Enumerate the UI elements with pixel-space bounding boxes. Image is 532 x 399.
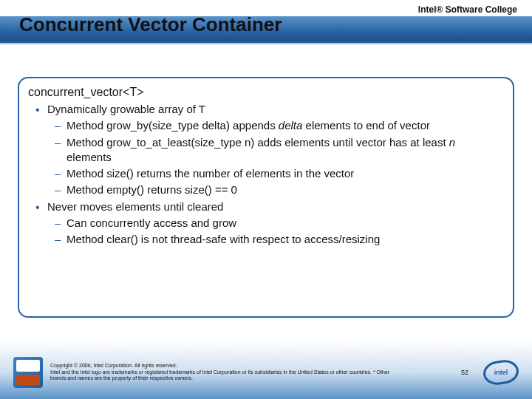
- sub-text: Method clear() is not thread-safe with r…: [66, 233, 380, 245]
- bullet-text: Never moves elements until cleared: [47, 200, 223, 213]
- sub-text: Method grow_by(size_type delta) appends: [66, 119, 279, 132]
- page-number: 52: [461, 369, 468, 376]
- list-item: Method grow_to_at_least(size_type n) add…: [66, 135, 499, 166]
- intel-software-badge-icon: [13, 357, 43, 388]
- list-item: Method size() returns the number of elem…: [66, 166, 499, 181]
- sub-text: Method grow_to_at_least(size_type n) add…: [66, 136, 449, 149]
- copyright-line1: Copyright © 2006, Intel Corporation. All…: [50, 363, 390, 369]
- sub-text: elements to end of vector: [302, 119, 430, 132]
- list-item: Dynamically growable array of T Method g…: [47, 102, 499, 198]
- copyright-text: Copyright © 2006, Intel Corporation. All…: [50, 363, 390, 381]
- sub-em: delta: [279, 119, 303, 132]
- content-heading: concurrent_vector<T>: [28, 86, 499, 99]
- brand-label: Intel® Software College: [418, 4, 517, 15]
- sub-em: n: [449, 136, 455, 149]
- sub-text: elements: [66, 151, 112, 163]
- footer: Copyright © 2006, Intel Corporation. All…: [0, 340, 532, 399]
- copyright-line2: Intel and the Intel logo are trademarks …: [50, 369, 390, 382]
- sub-list: Method grow_by(size_type delta) appends …: [47, 118, 499, 197]
- list-item: Never moves elements until cleared Can c…: [47, 200, 499, 248]
- intel-logo-icon: intel: [483, 361, 519, 384]
- slide: Intel® Software College Concurrent Vecto…: [0, 0, 532, 399]
- list-item: Can concurrently access and grow: [66, 216, 499, 231]
- content-box: concurrent_vector<T> Dynamically growabl…: [18, 77, 514, 318]
- sub-text: Can concurrently access and grow: [66, 216, 236, 229]
- footer-inner: Copyright © 2006, Intel Corporation. All…: [13, 353, 519, 392]
- sub-text: Method empty() returns size() == 0: [66, 183, 237, 196]
- list-item: Method grow_by(size_type delta) appends …: [66, 118, 499, 133]
- bullet-list: Dynamically growable array of T Method g…: [28, 102, 499, 247]
- bullet-text: Dynamically growable array of T: [47, 103, 205, 115]
- list-item: Method empty() returns size() == 0: [66, 183, 499, 197]
- sub-text: Method size() returns the number of elem…: [66, 167, 354, 180]
- sub-list: Can concurrently access and grow Method …: [47, 216, 499, 248]
- logo-text: intel: [489, 366, 513, 378]
- list-item: Method clear() is not thread-safe with r…: [66, 232, 499, 247]
- slide-title: Concurrent Vector Container: [19, 13, 282, 36]
